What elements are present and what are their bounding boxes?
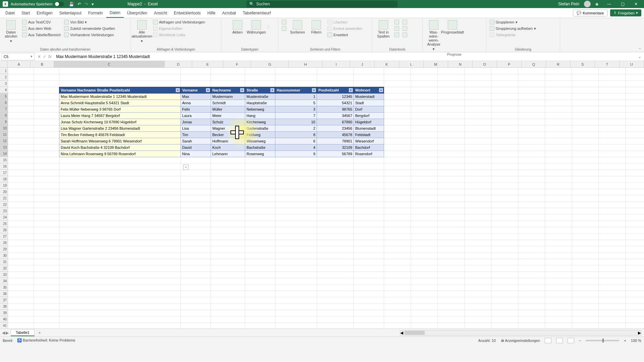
cell-postleitzahl[interactable]: 56789 [317, 151, 354, 157]
table-row[interactable]: Felix Müller Nebenweg 3 98765 DorfFelixM… [59, 106, 384, 113]
row-header[interactable]: 20 [0, 189, 8, 195]
row-header[interactable]: 18 [0, 176, 8, 182]
cell-hausnummer[interactable]: 5 [275, 100, 317, 106]
cell-wohnort[interactable]: Musterstadt [354, 94, 384, 100]
cell-hausnummer[interactable]: 1 [275, 94, 317, 100]
col-header-o[interactable]: O [473, 61, 497, 67]
spreadsheet-grid[interactable]: A B C D E F G H I J K L M N O P Q R S T … [0, 61, 644, 328]
cell-hausnummer[interactable]: 9 [275, 151, 317, 157]
tab-seitenlayout[interactable]: Seitenlayout [56, 9, 85, 17]
col-header-e[interactable]: E [192, 61, 223, 67]
tab-einfuegen[interactable]: Einfügen [33, 9, 56, 17]
zoom-level[interactable]: 100 % [631, 339, 641, 343]
cell-full[interactable]: Jonas Schulz Kirchenweg 10 67890 Hügeldo… [59, 119, 181, 125]
cell-vorname[interactable]: Nina [181, 151, 211, 157]
remove-dup-icon[interactable] [394, 26, 400, 31]
collapse-ribbon-icon[interactable]: ⌄ [638, 46, 641, 50]
cancel-icon[interactable]: ✕ [38, 54, 41, 59]
row-header[interactable]: 29 [0, 246, 8, 252]
cell-hausnummer[interactable]: 8 [275, 132, 317, 138]
cell-postleitzahl[interactable]: 98765 [317, 106, 354, 113]
cell-full[interactable]: Felix Müller Nebenweg 3 98765 Dorf [59, 106, 181, 113]
tab-hilfe[interactable]: Hilfe [204, 9, 219, 17]
autosave-toggle[interactable]: Automatisches Speichern [11, 2, 64, 6]
col-header-h[interactable]: H [289, 61, 322, 67]
filter-dropdown-icon[interactable]: ▼ [349, 88, 353, 92]
currencies-button[interactable]: Währungen [248, 19, 265, 35]
cell-vorname[interactable]: Jonas [181, 119, 211, 125]
relations-icon[interactable] [402, 26, 408, 31]
row-header[interactable]: 23 [0, 208, 8, 214]
table-row[interactable]: Sarah Hoffmann Wiesenweg 6 78901 Wiesend… [59, 138, 384, 144]
row-header[interactable]: 31 [0, 259, 8, 265]
consolidate-icon[interactable] [402, 19, 408, 25]
sort-az-icon[interactable] [281, 19, 287, 25]
cell-wohnort[interactable]: Feldstadt [354, 132, 384, 138]
row-header[interactable]: 12 [0, 138, 8, 144]
cell-postleitzahl[interactable]: 32109 [317, 144, 354, 151]
data-model-icon[interactable] [402, 32, 408, 38]
row-header[interactable]: 38 [0, 303, 8, 310]
cell-wohnort[interactable]: Bergdorf [354, 113, 384, 119]
cell-vorname[interactable]: Lisa [181, 125, 211, 132]
cell-vorname[interactable]: Anna [181, 100, 211, 106]
cell-nachname[interactable]: Lehmann [211, 151, 245, 157]
cell-hausnummer[interactable]: 4 [275, 144, 317, 151]
th-postleitzahl[interactable]: Postleitzahl▼ [317, 87, 354, 94]
row-header[interactable]: 21 [0, 195, 8, 201]
tab-daten[interactable]: Daten [106, 8, 124, 18]
sheet-tab-1[interactable]: Tabelle1 [11, 329, 35, 336]
row-header[interactable]: 28 [0, 240, 8, 246]
col-header-j[interactable]: J [350, 61, 375, 67]
from-table-range[interactable]: Aus Tabelle/Bereich [21, 32, 61, 38]
cell-nachname[interactable]: Müller [211, 106, 245, 113]
col-header-k[interactable]: K [375, 61, 399, 67]
cell-postleitzahl[interactable]: 78901 [317, 138, 354, 144]
col-header-f[interactable]: F [223, 61, 251, 67]
tab-entwicklertools[interactable]: Entwicklertools [170, 9, 204, 17]
row-header[interactable]: 5 [0, 93, 8, 100]
get-data-button[interactable]: Daten abrufen ▾ [3, 19, 19, 44]
table-row[interactable]: Laura Meier Hang 7 34567 BergdorfLauraMe… [59, 113, 384, 119]
col-header-r[interactable]: R [546, 61, 571, 67]
col-header-n[interactable]: N [448, 61, 473, 67]
th-wohnort[interactable]: Wohnort▼ [354, 87, 384, 94]
row-header[interactable]: 2 [0, 74, 8, 80]
tab-acrobat[interactable]: Acrobat [219, 9, 239, 17]
zoom-slider[interactable] [586, 340, 619, 341]
row-header[interactable]: 13 [0, 144, 8, 150]
diamond-icon[interactable]: ◈ [595, 2, 598, 6]
row-header[interactable]: 24 [0, 214, 8, 221]
view-normal-button[interactable] [545, 338, 551, 343]
row-headers[interactable]: 1234567891011121314151617181920212223242… [0, 68, 8, 328]
cell-wohnort[interactable]: Dorf [354, 106, 384, 113]
row-header[interactable]: 15 [0, 157, 8, 163]
th-full[interactable]: Vorname Nachname Straße Postleitzahl▼ [59, 87, 181, 94]
row-header[interactable]: 16 [0, 163, 8, 170]
user-name[interactable]: Stefan Petri [558, 2, 579, 6]
save-icon[interactable]: 💾 [69, 2, 74, 7]
row-header[interactable]: 19 [0, 182, 8, 189]
cell-hausnummer[interactable]: 7 [275, 113, 317, 119]
filter-dropdown-icon[interactable]: ▼ [176, 88, 180, 92]
cell-hausnummer[interactable]: 6 [275, 138, 317, 144]
filter-dropdown-icon[interactable]: ▼ [379, 88, 383, 92]
col-header-u[interactable]: U [620, 61, 644, 67]
row-header[interactable]: 9 [0, 119, 8, 125]
row-header[interactable]: 4 [0, 87, 8, 93]
select-all-corner[interactable] [0, 61, 7, 67]
table-row[interactable]: Jonas Schulz Kirchenweg 10 67890 Hügeldo… [59, 119, 384, 125]
view-break-button[interactable] [568, 338, 574, 343]
cell-full[interactable]: Sarah Hoffmann Wiesenweg 6 78901 Wiesend… [59, 138, 181, 144]
minimize-button[interactable]: — [603, 0, 615, 8]
row-header[interactable]: 33 [0, 272, 8, 278]
cell-strasse[interactable]: Rosenweg [245, 151, 275, 157]
table-row[interactable]: Tim Becker Feldweg 8 45678 FeldstadtTimB… [59, 132, 384, 138]
filter-button[interactable]: Filtern [308, 19, 325, 35]
redo-icon[interactable]: ↷ [85, 2, 88, 7]
cell-wohnort[interactable]: Stadt [354, 100, 384, 106]
data-table[interactable]: Vorname Nachname Straße Postleitzahl▼ Vo… [59, 87, 384, 157]
col-header-m[interactable]: M [424, 61, 448, 67]
col-header-g[interactable]: G [251, 61, 289, 67]
cell-nachname[interactable]: Schmidt [211, 100, 245, 106]
